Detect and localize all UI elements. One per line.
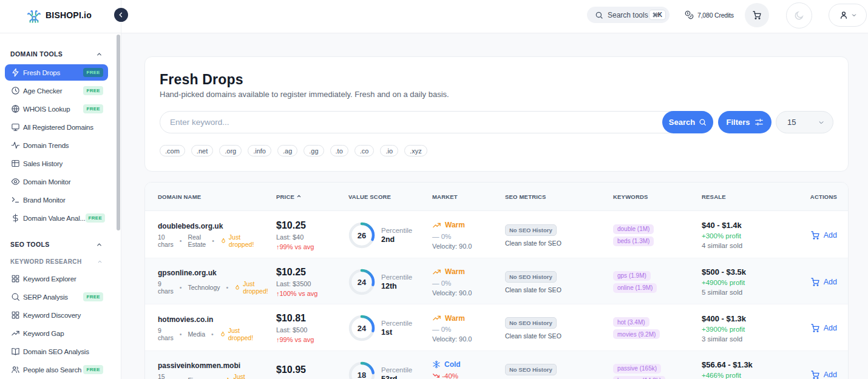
svg-text:24: 24: [358, 278, 367, 287]
svg-text:18: 18: [358, 371, 366, 379]
svg-text:24: 24: [358, 324, 367, 333]
svg-text:26: 26: [358, 231, 366, 240]
